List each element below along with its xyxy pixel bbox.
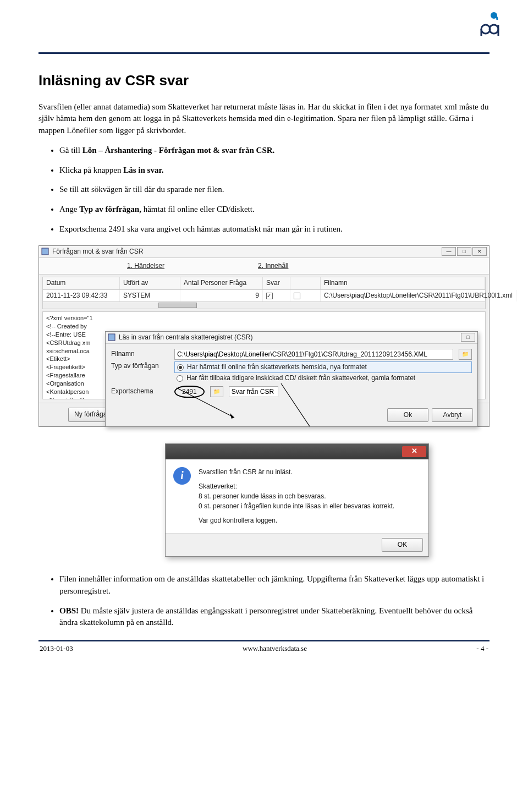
dialog-title: Läs in svar från centrala skatteregistre… <box>119 333 252 342</box>
dialog-maximize-button[interactable]: □ <box>461 333 475 342</box>
dialog-avbryt-button[interactable]: Avbryt <box>432 408 473 422</box>
exportschema-value: 2491 <box>174 386 205 398</box>
info-icon: i <box>173 467 191 485</box>
cell-filnamn: C:\Users\piaq\Desktop\Lönefiler\CSR\2011… <box>321 290 516 301</box>
after-list: Filen innehåller information om de anstä… <box>38 573 490 629</box>
header-rule <box>38 52 490 54</box>
radio-online-label: Har hämtat fil online från skatteverkets… <box>187 363 367 372</box>
col-svar: Svar <box>263 277 290 289</box>
col-utfort: Utfört av <box>120 277 180 289</box>
col-filnamn: Filnamn <box>321 277 485 289</box>
col-datum: Datum <box>43 277 120 289</box>
filnamn-input[interactable] <box>174 349 453 360</box>
msg-ok-button[interactable]: OK <box>382 538 423 552</box>
col-antal: Antal Personer Fråga <box>180 277 263 289</box>
checkbox-svar-icon <box>294 293 300 299</box>
dialog-ok-button[interactable]: Ok <box>387 408 428 422</box>
footer-page: - 4 - <box>476 644 488 654</box>
tab-handelser[interactable]: 1. Händelser <box>127 261 164 271</box>
steps-list: Gå till Lön – Årshantering - Förfrågan m… <box>38 145 490 235</box>
cell-utfort: SYSTEM <box>120 290 180 301</box>
cell-datum: 2011-11-23 09:42:33 <box>43 290 120 301</box>
step-4: Ange Typ av förfrågan, hämtat fil online… <box>59 204 490 216</box>
window-icon <box>41 248 49 255</box>
radio-cd-label: Har fått tillbaka tidigare inskickad CD/… <box>186 374 415 383</box>
grid-row[interactable]: 2011-11-23 09:42:33 SYSTEM 9 C:\Users\pi… <box>42 290 486 301</box>
typ-label: Typ av förfrågan <box>111 361 169 371</box>
brand-logo <box>479 11 501 42</box>
maximize-button[interactable]: □ <box>457 247 471 256</box>
svar-fran-csr-input[interactable] <box>229 386 278 397</box>
exportschema-browse-button[interactable]: 📁 <box>210 386 223 397</box>
dialog-titlebar: Läs in svar från centrala skatteregistre… <box>106 332 477 344</box>
page-footer: 2013-01-03 www.hantverksdata.se - 4 - <box>38 644 490 665</box>
horizontal-scrollbar[interactable] <box>42 301 486 309</box>
svg-rect-4 <box>108 334 115 341</box>
step-3: Se till att sökvägen är till där du spar… <box>59 184 490 196</box>
dialog-button-row: Ok Avbryt <box>106 405 477 426</box>
minimize-button[interactable]: — <box>442 247 456 256</box>
msg-close-button[interactable]: ✕ <box>402 446 426 457</box>
radio-online[interactable] <box>177 364 184 371</box>
filnamn-label: Filnamn <box>111 349 169 359</box>
grid-header: Datum Utfört av Antal Personer Fråga Sva… <box>42 277 486 289</box>
after-obs: OBS! Du måste själv justera de anställda… <box>59 605 490 629</box>
exportschema-label: Exportschema <box>111 387 169 396</box>
cell-antal: 9 <box>180 290 263 301</box>
page-title: Inläsning av CSR svar <box>38 70 490 91</box>
checkbox-fraga-icon <box>266 293 273 299</box>
footer-date: 2013-01-03 <box>40 644 73 654</box>
step-1: Gå till Lön – Årshantering - Förfrågan m… <box>59 145 490 157</box>
after-1: Filen innehåller information om de anstä… <box>59 573 490 597</box>
close-button[interactable]: ✕ <box>472 247 487 256</box>
step-5: Exportschema 2491 ska vara angivet och h… <box>59 223 490 235</box>
msg-titlebar: ✕ <box>166 444 428 459</box>
cell-svar <box>290 290 321 301</box>
dialog-icon <box>108 333 116 341</box>
svg-rect-3 <box>42 248 48 255</box>
csr-dialog: Läs in svar från centrala skatteregistre… <box>105 331 478 427</box>
radio-cd[interactable] <box>177 375 183 382</box>
footer-site: www.hantverksdata.se <box>243 644 307 654</box>
info-message-dialog: ✕ i Svarsfilen från CSR är nu inläst. Sk… <box>165 443 429 557</box>
csr-titlebar: Förfrågan mot & svar från CSR — □ ✕ <box>39 246 489 258</box>
cell-fraga <box>263 290 290 301</box>
csr-title: Förfrågan mot & svar från CSR <box>52 247 143 256</box>
csr-window: Förfrågan mot & svar från CSR — □ ✕ 1. H… <box>38 245 490 427</box>
msg-text: Svarsfilen från CSR är nu inläst. Skatte… <box>199 467 394 525</box>
footer-rule <box>38 640 490 641</box>
intro-paragraph: Svarsfilen (eller annat datamedia) som S… <box>38 101 490 137</box>
browse-button[interactable]: 📁 <box>459 349 472 360</box>
tab-innehall[interactable]: 2. Innehåll <box>258 261 288 271</box>
csr-tabs: 1. Händelser 2. Innehåll <box>39 258 489 275</box>
step-2: Klicka på knappen Läs in svar. <box>59 164 490 177</box>
